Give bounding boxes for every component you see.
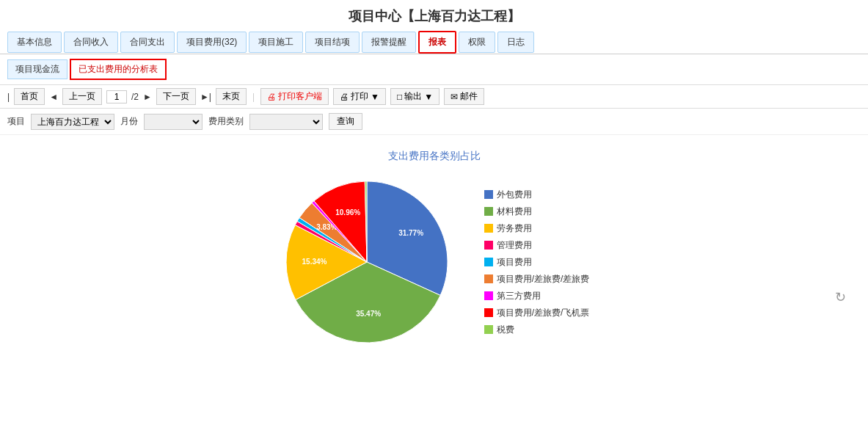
- page-number-input[interactable]: [106, 90, 127, 103]
- legend-color: [484, 207, 493, 216]
- refresh-icon[interactable]: ↻: [835, 289, 846, 305]
- tab-permission[interactable]: 权限: [459, 32, 495, 53]
- svg-text:10.96%: 10.96%: [335, 208, 360, 217]
- sub-tab-expense-analysis[interactable]: 已支出费用的分析表: [70, 59, 167, 80]
- legend-item: 劳务费用: [484, 222, 590, 235]
- email-button[interactable]: ✉ 邮件: [444, 88, 484, 105]
- tab-contract-income[interactable]: 合同收入: [64, 32, 118, 53]
- print-dropdown-icon: ▼: [371, 92, 379, 102]
- legend-item: 管理费用: [484, 239, 590, 252]
- print-icon: 🖨: [340, 92, 349, 102]
- legend-color: [484, 291, 493, 300]
- legend-label: 项目费用/差旅费/飞机票: [497, 307, 590, 319]
- legend-color: [484, 258, 493, 266]
- legend-item: 项目费用/差旅费/飞机票: [484, 307, 590, 319]
- project-select[interactable]: 上海百力达工程: [31, 114, 114, 130]
- email-icon: ✉: [451, 92, 458, 102]
- svg-text:35.47%: 35.47%: [356, 310, 381, 318]
- query-button[interactable]: 查询: [329, 113, 362, 130]
- legend-item: 材料费用: [484, 205, 590, 218]
- legend-item: 第三方费用: [484, 290, 590, 302]
- page-total: /2: [131, 92, 139, 102]
- nav-arrow-3: ►|: [200, 92, 211, 102]
- month-select[interactable]: [144, 114, 203, 130]
- legend-color: [484, 308, 493, 317]
- pie-chart-container: 31.77%35.47%15.34%3.83%10.96%: [279, 174, 455, 350]
- sep-1: |: [252, 92, 255, 102]
- chart-title: 支出费用各类别占比: [388, 150, 481, 163]
- page-title: 项目中心【上海百力达工程】: [0, 0, 868, 31]
- nav-separator-1: |: [7, 92, 10, 102]
- legend-label: 第三方费用: [497, 290, 541, 302]
- legend-color: [484, 325, 493, 334]
- legend-label: 税费: [497, 324, 514, 336]
- print-button[interactable]: 🖨 打印 ▼: [333, 88, 386, 105]
- tab-project-construction[interactable]: 项目施工: [249, 32, 303, 53]
- legend-color: [484, 274, 493, 283]
- nav-arrow-2: ►: [143, 92, 152, 102]
- project-label: 项目: [7, 115, 25, 128]
- tab-project-close[interactable]: 项目结项: [305, 32, 360, 53]
- filter-bar: 项目 上海百力达工程 月份 费用类别 查询: [0, 109, 868, 135]
- printer-icon: 🖨: [267, 92, 276, 102]
- tab-contract-expense[interactable]: 合同支出: [120, 32, 175, 53]
- legend-color: [484, 241, 493, 250]
- tab-bar: 基本信息 合同收入 合同支出 项目费用(32) 项目施工 项目结项 报警提醒 报…: [0, 31, 868, 54]
- legend-item: 项目费用/差旅费/差旅费: [484, 273, 590, 285]
- legend-label: 项目费用/差旅费/差旅费: [497, 273, 590, 285]
- month-label: 月份: [120, 115, 138, 128]
- legend-color: [484, 224, 493, 233]
- legend-label: 外包费用: [497, 189, 532, 201]
- legend-item: 外包费用: [484, 189, 590, 201]
- expense-type-label: 费用类别: [208, 115, 244, 128]
- legend-label: 管理费用: [497, 239, 532, 252]
- svg-text:15.34%: 15.34%: [302, 258, 327, 266]
- tab-warning[interactable]: 报警提醒: [362, 32, 416, 53]
- sub-tab-cashflow[interactable]: 项目现金流: [7, 59, 68, 79]
- tab-project-fee[interactable]: 项目费用(32): [177, 32, 247, 53]
- legend-label: 项目费用: [497, 256, 532, 269]
- legend-item: 项目费用: [484, 256, 590, 269]
- export-dropdown-icon: ▼: [424, 92, 433, 102]
- legend-color: [484, 190, 493, 199]
- legend-item: 税费: [484, 324, 590, 336]
- svg-text:31.77%: 31.77%: [398, 229, 423, 237]
- main-content: 支出费用各类别占比 31.77%35.47%15.34%3.83%10.96% …: [0, 135, 868, 357]
- tab-report[interactable]: 报表: [418, 31, 456, 54]
- print-client-button[interactable]: 🖨 打印客户端: [260, 88, 329, 105]
- expense-type-select[interactable]: [249, 114, 323, 130]
- nav-arrow-1: ◄: [49, 92, 58, 102]
- prev-page-button[interactable]: 上一页: [62, 88, 102, 105]
- legend: 外包费用材料费用劳务费用管理费用项目费用项目费用/差旅费/差旅费第三方费用项目费…: [484, 189, 590, 336]
- legend-label: 材料费用: [497, 205, 532, 218]
- legend-label: 劳务费用: [497, 222, 532, 235]
- toolbar: | 首页 ◄ 上一页 /2 ► 下一页 ►| 末页 | 🖨 打印客户端 🖨 打印…: [0, 85, 868, 109]
- sub-tab-bar: 项目现金流 已支出费用的分析表: [0, 54, 868, 85]
- last-page-button[interactable]: 末页: [216, 88, 247, 105]
- export-icon: □: [397, 92, 402, 102]
- first-page-button[interactable]: 首页: [14, 88, 45, 105]
- export-button[interactable]: □ 输出 ▼: [390, 88, 440, 105]
- next-page-button[interactable]: 下一页: [156, 88, 196, 105]
- tab-log[interactable]: 日志: [497, 32, 534, 53]
- chart-area: 31.77%35.47%15.34%3.83%10.96% 外包费用材料费用劳务…: [279, 174, 590, 350]
- tab-basic-info[interactable]: 基本信息: [7, 32, 62, 53]
